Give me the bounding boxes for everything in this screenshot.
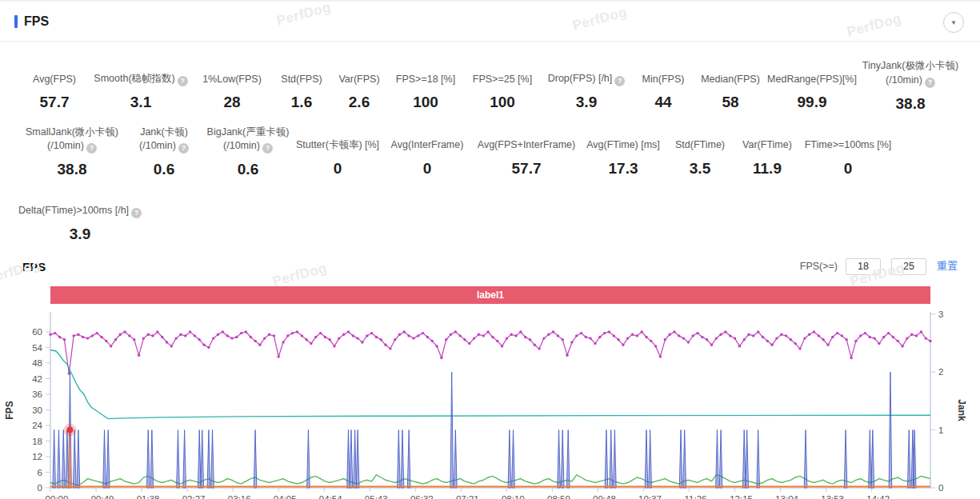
- y-left-tick-label: 30: [32, 405, 42, 415]
- metric-value: 99.9: [769, 94, 855, 111]
- series-fps-dot: [626, 337, 629, 339]
- y-axis-title-right: Jank: [956, 399, 967, 421]
- series-jank-spike: [804, 430, 807, 488]
- series-fps-dot: [808, 333, 810, 336]
- chart-header-row: FPS FPS(>=) 重置: [0, 256, 980, 277]
- series-fps-dot: [417, 334, 419, 337]
- metric-value: 0: [385, 160, 470, 178]
- series-fps-dot: [701, 336, 703, 338]
- series-jank-spike: [183, 430, 186, 488]
- series-fps-dot: [324, 336, 326, 338]
- series-jank-spike: [150, 430, 154, 488]
- series-fps-dot: [864, 332, 866, 334]
- metric-label: 1%Low(FPS): [194, 59, 270, 86]
- series-fps-dot: [734, 337, 736, 339]
- series-fps-dot: [147, 333, 150, 336]
- series-jank-spike: [683, 430, 686, 488]
- metric-label-line: Avg(FTime) [ms]: [586, 138, 660, 153]
- series-fps-dot: [254, 340, 256, 342]
- fps-chart-svg[interactable]: 06121824303642485460012300:0000:4901:380…: [0, 309, 980, 499]
- series-fps-dot: [803, 337, 806, 339]
- y-left-tick-label: 54: [32, 343, 42, 353]
- series-fps-dot: [338, 337, 340, 339]
- series-jank-spike: [757, 430, 760, 488]
- metric-value: 57.7: [22, 94, 87, 111]
- reset-link[interactable]: 重置: [937, 259, 958, 273]
- series-fps-dot: [77, 333, 79, 336]
- collapse-button[interactable]: ▼: [943, 12, 964, 33]
- help-icon[interactable]: ?: [178, 143, 189, 154]
- y-left-tick-label: 24: [32, 421, 42, 430]
- metric-value: 100: [466, 94, 538, 111]
- metric: Std(FPS)1.6: [272, 59, 331, 111]
- series-fps-dot: [370, 332, 373, 334]
- series-fps-dot: [114, 338, 117, 341]
- series-fps-dot: [692, 334, 694, 337]
- metric-label: FPS>=18 [%]: [390, 59, 462, 86]
- metric-label: Drop(FPS) [/h]?: [543, 59, 630, 86]
- help-icon[interactable]: ?: [86, 143, 97, 154]
- help-icon[interactable]: ?: [614, 76, 625, 86]
- series-fps-dot: [394, 338, 396, 341]
- stat-row: Avg(FPS)57.7Smooth(稳帧指数)?3.11%Low(FPS)28…: [19, 59, 980, 113]
- help-icon[interactable]: ?: [262, 143, 273, 154]
- series-fps-dot: [752, 334, 754, 337]
- help-icon[interactable]: ?: [925, 78, 935, 88]
- label-banner[interactable]: label1: [50, 286, 930, 304]
- series-fps-dot: [230, 337, 233, 339]
- series-fps-dot: [407, 334, 410, 337]
- series-fps-dot: [822, 338, 824, 341]
- series-fps-dot: [887, 332, 890, 334]
- series-fps-dot: [929, 340, 931, 342]
- metric-label: Avg(InterFrame): [385, 126, 470, 153]
- series-jank-spike: [450, 372, 454, 488]
- metric: FPS>=18 [%]100: [387, 59, 464, 111]
- metric-label-line: Std(FPS): [281, 73, 322, 87]
- series-fps-dot: [291, 332, 294, 334]
- fps-threshold-label: FPS(>=): [800, 261, 838, 272]
- metric-value: 3.9: [543, 94, 630, 111]
- fps-threshold-input-low[interactable]: [846, 258, 881, 275]
- metric-label: SmallJank(微小卡顿)(/10min)?: [22, 126, 122, 154]
- metric: Smooth(稳帧指数)?3.1: [90, 59, 192, 111]
- series-fps-dot: [557, 334, 559, 337]
- x-tick-label: 03:16: [228, 494, 251, 499]
- series-jank-spike: [512, 430, 515, 488]
- metric: Var(FPS)2.6: [331, 59, 387, 111]
- x-tick-label: 13:53: [821, 494, 844, 499]
- series-fps-dot: [49, 333, 51, 336]
- series-fps-dot: [519, 330, 522, 333]
- series-jank-spike: [211, 430, 214, 488]
- series-fps-dot: [54, 332, 56, 334]
- series-jank-spike: [742, 430, 746, 488]
- series-fps-dot: [608, 330, 610, 333]
- series-jank-spike: [407, 430, 410, 488]
- help-icon[interactable]: ?: [131, 208, 142, 218]
- metric-label: Delta(FTime)>100ms [/h]?: [22, 191, 138, 218]
- series-fps-dot: [450, 333, 452, 336]
- series-jank-spike: [561, 430, 564, 488]
- metric-label-line: (/10min)?: [886, 74, 935, 88]
- x-tick-label: 07:21: [456, 494, 479, 499]
- metric-value: 0.6: [206, 161, 290, 178]
- panel-title: FPS: [24, 14, 49, 29]
- metric-label-line: Std(FTime): [675, 138, 725, 153]
- series-fps-dot: [482, 334, 485, 337]
- series-jank-spike: [198, 430, 201, 488]
- series-fps-dot: [747, 333, 750, 336]
- label-banner-text: label1: [477, 289, 504, 301]
- series-fps-dot: [706, 338, 708, 341]
- series-fps-dot: [72, 334, 74, 337]
- series-fps-dot: [668, 333, 670, 336]
- series-jank-spike: [907, 430, 910, 488]
- help-icon[interactable]: ?: [178, 76, 188, 86]
- metric: Avg(FTime) [ms]17.3: [581, 126, 666, 178]
- fps-threshold-input-high[interactable]: [891, 258, 926, 275]
- series-fps-dot: [440, 357, 442, 359]
- x-tick-label: 04:54: [319, 494, 342, 499]
- series-avg-fps--line: [50, 350, 930, 419]
- metric-label-line: (/10min)?: [223, 139, 273, 154]
- metric-label: FPS>=25 [%]: [466, 59, 538, 86]
- series-jank-spike: [62, 430, 65, 488]
- metric-label-line: Jank(卡顿): [140, 126, 188, 140]
